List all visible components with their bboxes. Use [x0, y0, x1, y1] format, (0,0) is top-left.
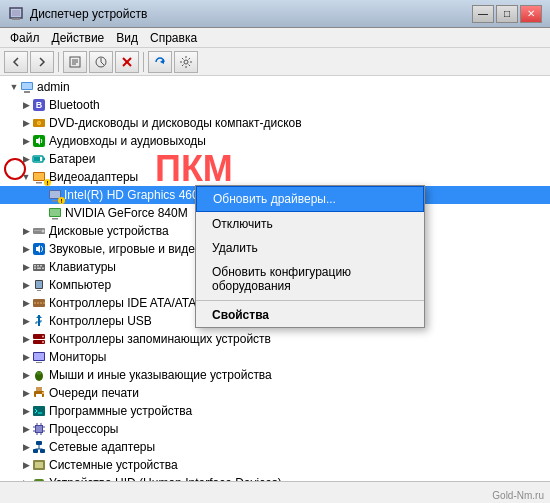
svg-rect-46	[37, 290, 41, 291]
ide-label: Контроллеры IDE ATA/ATAPI	[49, 296, 208, 310]
computer-expand[interactable]: ▶	[20, 280, 32, 290]
ctx-uninstall[interactable]: Удалить	[196, 236, 424, 260]
ctx-scan-hardware[interactable]: Обновить конфигурацию оборудования	[196, 260, 424, 298]
battery-expand[interactable]: ▶	[20, 154, 32, 164]
display-label: Видеоадаптеры	[49, 170, 138, 184]
svg-rect-23	[34, 157, 40, 161]
tree-item-hid[interactable]: ▶ Устройства HID (Human Interface Device…	[0, 474, 550, 481]
svg-marker-10	[160, 59, 164, 64]
svg-point-49	[37, 302, 39, 304]
tree-item-dvd[interactable]: ▶ DVD-дисководы и дисководы компакт-диск…	[0, 114, 550, 132]
usb-label: Контроллеры USB	[49, 314, 152, 328]
network-icon	[32, 440, 46, 454]
monitors-expand[interactable]: ▶	[20, 352, 32, 362]
tree-item-system[interactable]: ▶ Системные устройства	[0, 456, 550, 474]
computer-icon2	[32, 278, 46, 292]
ide-expand[interactable]: ▶	[20, 298, 32, 308]
keyboard-expand[interactable]: ▶	[20, 262, 32, 272]
system-icon	[32, 458, 46, 472]
svg-rect-1	[12, 10, 20, 16]
window-controls: — □ ✕	[472, 5, 542, 23]
svg-rect-13	[24, 91, 30, 93]
display-expand[interactable]: ▼	[20, 172, 32, 182]
print-label: Очереди печати	[49, 386, 139, 400]
root-label: admin	[37, 80, 70, 94]
cpu-expand[interactable]: ▶	[20, 424, 32, 434]
sound-expand[interactable]: ▶	[20, 244, 32, 254]
update-button[interactable]	[148, 51, 172, 73]
audio-expand[interactable]: ▶	[20, 136, 32, 146]
tree-item-monitors[interactable]: ▶ Мониторы	[0, 348, 550, 366]
toolbar-sep2	[143, 52, 144, 72]
svg-rect-57	[34, 353, 44, 360]
ctx-properties[interactable]: Свойства	[196, 303, 424, 327]
tree-item-cpu[interactable]: ▶ Процессоры	[0, 420, 550, 438]
remove-button[interactable]	[115, 51, 139, 73]
bluetooth-expand[interactable]: ▶	[20, 100, 32, 110]
svg-rect-35	[34, 230, 41, 231]
forward-button[interactable]	[30, 51, 54, 73]
storage-expand[interactable]: ▶	[20, 334, 32, 344]
software-expand[interactable]: ▶	[20, 406, 32, 416]
hid-expand[interactable]: ▶	[20, 478, 32, 481]
svg-point-50	[40, 302, 42, 304]
maximize-button[interactable]: □	[496, 5, 518, 23]
ctx-disable[interactable]: Отключить	[196, 212, 424, 236]
usb-expand[interactable]: ▶	[20, 316, 32, 326]
svg-rect-84	[35, 462, 43, 468]
scan-button[interactable]	[89, 51, 113, 73]
svg-point-65	[42, 392, 44, 394]
svg-rect-63	[36, 387, 42, 391]
computer-icon	[20, 80, 34, 94]
close-button[interactable]: ✕	[520, 5, 542, 23]
tree-item-bluetooth[interactable]: ▶ B Bluetooth	[0, 96, 550, 114]
tree-item-mice[interactable]: ▶ Мыши и иные указывающие устройства	[0, 366, 550, 384]
settings-button[interactable]	[174, 51, 198, 73]
system-expand[interactable]: ▶	[20, 460, 32, 470]
properties-button[interactable]	[63, 51, 87, 73]
svg-text:B: B	[36, 100, 43, 110]
svg-point-19	[38, 122, 40, 124]
svg-rect-58	[36, 362, 42, 363]
network-label: Сетевые адаптеры	[49, 440, 155, 454]
network-expand[interactable]: ▶	[20, 442, 32, 452]
svg-rect-64	[36, 394, 42, 398]
dvd-icon	[32, 116, 46, 130]
tree-item-print[interactable]: ▶ Очереди печати	[0, 384, 550, 402]
menu-help[interactable]: Справка	[144, 29, 203, 47]
system-label: Системные устройства	[49, 458, 178, 472]
root-expand-icon[interactable]: ▼	[8, 82, 20, 92]
minimize-button[interactable]: —	[472, 5, 494, 23]
tree-item-software[interactable]: ▶ Программные устройства	[0, 402, 550, 420]
svg-rect-69	[36, 426, 42, 432]
menu-view[interactable]: Вид	[110, 29, 144, 47]
tree-item-display[interactable]: ▼ ! Видеоадаптеры	[0, 168, 550, 186]
hid-label: Устройства HID (Human Interface Devices)	[49, 476, 282, 481]
print-expand[interactable]: ▶	[20, 388, 32, 398]
ctx-update-drivers[interactable]: Обновить драйверы...	[196, 186, 424, 212]
svg-rect-43	[42, 268, 44, 270]
tree-item-audio[interactable]: ▶ Аудиовходы и аудиовыходы	[0, 132, 550, 150]
tree-item-network[interactable]: ▶ Сетевые адаптеры	[0, 438, 550, 456]
watermark: Gold-Nm.ru	[492, 490, 544, 501]
svg-point-51	[43, 302, 45, 304]
cpu-icon	[32, 422, 46, 436]
dvd-expand[interactable]: ▶	[20, 118, 32, 128]
window-title: Диспетчер устройств	[30, 7, 147, 21]
disk-expand[interactable]: ▶	[20, 226, 32, 236]
menu-file[interactable]: Файл	[4, 29, 46, 47]
back-button[interactable]	[4, 51, 28, 73]
svg-point-54	[42, 336, 44, 338]
svg-rect-78	[36, 441, 42, 445]
intel-label: Intel(R) HD Graphics 4600	[64, 188, 205, 202]
menu-bar: Файл Действие Вид Справка	[0, 28, 550, 48]
menu-action[interactable]: Действие	[46, 29, 111, 47]
tree-item-battery[interactable]: ▶ Батареи	[0, 150, 550, 168]
print-icon	[32, 386, 46, 400]
ide-icon	[32, 296, 46, 310]
keyboard-label: Клавиатуры	[49, 260, 116, 274]
tree-item-storage[interactable]: ▶ Контроллеры запоминающих устройств	[0, 330, 550, 348]
svg-rect-80	[40, 449, 45, 453]
mice-expand[interactable]: ▶	[20, 370, 32, 380]
tree-root[interactable]: ▼ admin	[0, 78, 550, 96]
